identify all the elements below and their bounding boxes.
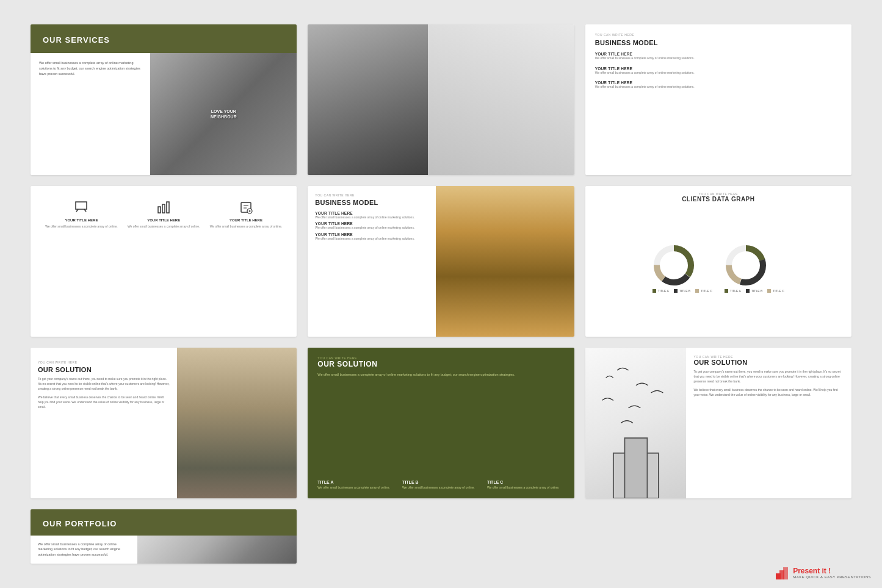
slide-8-col1-text: We offer small businesses a complete arr… bbox=[317, 486, 395, 490]
slide-5-e1-text: We offer small businesses a complete arr… bbox=[315, 215, 428, 220]
chart2-legend: TITLE A TITLE B TITLE C bbox=[725, 289, 784, 293]
svg-rect-1 bbox=[162, 204, 165, 213]
legend-dot-1a bbox=[652, 289, 656, 293]
slide-10-content: We offer small businesses a complete arr… bbox=[31, 536, 297, 564]
branding-name: Present it ! bbox=[793, 567, 871, 575]
slide-3-entry2-title: YOUR TITLE HERE bbox=[595, 66, 842, 71]
slide-9-body2: We believe that every small business des… bbox=[693, 387, 844, 397]
branding: Present it ! MAKE QUICK & EASY PRESENTAT… bbox=[775, 566, 871, 581]
legend-dot-1b bbox=[674, 289, 678, 293]
svg-rect-0 bbox=[158, 207, 161, 213]
slide-10-photo bbox=[137, 536, 297, 564]
slide-9-photo bbox=[585, 348, 687, 498]
legend-label-1c: TITLE C bbox=[701, 289, 712, 293]
slide-5-e1-title: YOUR TITLE HERE bbox=[315, 211, 428, 215]
slide-8-title: OUR SOLUTION bbox=[317, 360, 564, 368]
slide-1-header-bar: OUR SERVICES bbox=[31, 24, 297, 53]
slide-3-entry3-text: We offer small businesses a complete arr… bbox=[595, 85, 842, 90]
slide-6-chart1: TITLE A TITLE B TITLE C bbox=[652, 244, 712, 293]
slide-2-bike bbox=[428, 24, 574, 175]
slide-5-entry3: YOUR TITLE HERE We offer small businesse… bbox=[315, 232, 428, 242]
slide-8-col2: TITLE B We offer small businesses a comp… bbox=[402, 480, 480, 490]
slide-3-entry1-text: We offer small businesses a complete arr… bbox=[595, 56, 842, 61]
slide-10-body: We offer small businesses a complete arr… bbox=[38, 542, 130, 558]
legend-dot-2a bbox=[725, 289, 728, 293]
slide-4-icons-row: YOUR TITLE HERE We offer small businesse… bbox=[40, 201, 287, 229]
slide-3-title: BUSINESS MODEL bbox=[595, 39, 842, 46]
slide-8-cols: TITLE A We offer small businesses a comp… bbox=[317, 480, 564, 490]
slide-7-photo bbox=[177, 348, 297, 498]
slide-2-fashion bbox=[308, 24, 574, 175]
slide-5-e2-title: YOUR TITLE HERE bbox=[315, 221, 428, 226]
legend-item-2c: TITLE C bbox=[767, 289, 784, 293]
slide-2-photo-right bbox=[428, 24, 574, 175]
chart1-legend: TITLE A TITLE B TITLE C bbox=[652, 289, 712, 293]
slide-3-entry-1: YOUR TITLE HERE We offer small businesse… bbox=[595, 52, 842, 61]
slide-4-icon2-symbol bbox=[157, 201, 170, 216]
slide-8-col3: TITLE C We offer small businesses a comp… bbox=[487, 480, 565, 490]
slide-3-entry1-title: YOUR TITLE HERE bbox=[595, 52, 842, 56]
slide-3-entry3-title: YOUR TITLE HERE bbox=[595, 81, 842, 85]
slide-5-title: BUSINESS MODEL bbox=[315, 199, 428, 206]
legend-item-2a: TITLE A bbox=[725, 289, 741, 293]
slide-4-icon1-text: We offer small businesses a complete arr… bbox=[45, 224, 117, 229]
slide-5-subtitle: YOU CAN WRITE HERE bbox=[315, 193, 428, 197]
donut-1 bbox=[652, 244, 695, 287]
slide-1-services: OUR SERVICES We offer small businesses a… bbox=[31, 24, 297, 175]
legend-item-1a: TITLE A bbox=[652, 289, 669, 293]
slide-4-icon-3: YOUR TITLE HERE We offer small businesse… bbox=[205, 201, 287, 229]
slide-7-title: OUR SOLUTION bbox=[38, 366, 170, 373]
legend-dot-2b bbox=[746, 289, 750, 293]
slide-8-col3-text: We offer small businesses a complete arr… bbox=[487, 486, 565, 490]
slide-8-col2-text: We offer small businesses a complete arr… bbox=[402, 486, 480, 490]
branding-text-block: Present it ! MAKE QUICK & EASY PRESENTAT… bbox=[793, 567, 871, 579]
legend-label-1b: TITLE B bbox=[679, 289, 690, 293]
slide-4-icon3-title: YOUR TITLE HERE bbox=[230, 218, 262, 222]
slide-4-icons: YOUR TITLE HERE We offer small businesse… bbox=[31, 186, 297, 337]
slide-7-text: YOU CAN WRITE HERE OUR SOLUTION To get y… bbox=[31, 348, 177, 498]
slide-1-text: We offer small businesses a complete arr… bbox=[31, 53, 150, 175]
slide-1-img-text: LOVE YOURNEIGHBOUR bbox=[211, 109, 237, 120]
slide-5-e3-text: We offer small businesses a complete arr… bbox=[315, 237, 428, 242]
slide-9-title: OUR SOLUTION bbox=[693, 359, 844, 366]
slide-6-data-graph: YOU CAN WRITE HERE CLIENTS DATA GRAPH bbox=[585, 186, 851, 337]
slide-7-subtitle: YOU CAN WRITE HERE bbox=[38, 360, 78, 364]
slide-6-title: CLIENTS DATA GRAPH bbox=[682, 196, 754, 203]
slide-5-entry1: YOUR TITLE HERE We offer small businesse… bbox=[315, 211, 428, 220]
slide-3-entry-3: YOUR TITLE HERE We offer small businesse… bbox=[595, 81, 842, 90]
slide-3-subtitle: YOU CAN WRITE HERE bbox=[595, 33, 842, 37]
legend-item-1c: TITLE C bbox=[695, 289, 712, 293]
slide-8-solution-dark: YOU CAN WRITE HERE OUR SOLUTION We offer… bbox=[308, 348, 574, 498]
slide-3-entry2-text: We offer small businesses a complete arr… bbox=[595, 71, 842, 76]
legend-label-2a: TITLE A bbox=[730, 289, 741, 293]
slide-7-solution-photo: YOU CAN WRITE HERE OUR SOLUTION To get y… bbox=[31, 348, 297, 498]
slide-3-business-model: YOU CAN WRITE HERE BUSINESS MODEL YOUR T… bbox=[585, 24, 851, 175]
slide-3-entry-2: YOUR TITLE HERE We offer small businesse… bbox=[595, 66, 842, 76]
svg-rect-2 bbox=[167, 202, 169, 213]
slide-5-entry2: YOUR TITLE HERE We offer small businesse… bbox=[315, 221, 428, 231]
slide-1-title: OUR SERVICES bbox=[43, 35, 284, 45]
slide-8-col3-title: TITLE C bbox=[487, 480, 565, 484]
legend-dot-1c bbox=[695, 289, 699, 293]
slide-5-img bbox=[436, 186, 574, 337]
slide-8-body: We offer small businesses a complete arr… bbox=[317, 372, 564, 475]
slide-10-title: OUR PORTFOLIO bbox=[43, 519, 284, 528]
slide-10-text: We offer small businesses a complete arr… bbox=[31, 536, 137, 564]
slide-grid: OUR SERVICES We offer small businesses a… bbox=[0, 0, 882, 588]
slide-10-img bbox=[137, 536, 297, 564]
slide-5-e3-title: YOUR TITLE HERE bbox=[315, 232, 428, 237]
slide-1-content: We offer small businesses a complete arr… bbox=[31, 53, 297, 175]
slide-7-body1: To get your company's name out there, yo… bbox=[38, 376, 170, 391]
legend-dot-2c bbox=[767, 289, 771, 293]
slide-8-col2-title: TITLE B bbox=[402, 480, 480, 484]
slide-1-body: We offer small businesses a complete arr… bbox=[39, 60, 142, 76]
branding-tagline: MAKE QUICK & EASY PRESENTATIONS bbox=[793, 575, 871, 579]
svg-rect-14 bbox=[624, 438, 647, 498]
slide-6-charts: TITLE A TITLE B TITLE C bbox=[652, 206, 784, 331]
slide-2-photo-left bbox=[308, 24, 427, 175]
slide-10-portfolio: OUR PORTFOLIO We offer small businesses … bbox=[31, 509, 297, 564]
slide-4-icon2-title: YOUR TITLE HERE bbox=[147, 218, 180, 222]
slide-5-text: YOU CAN WRITE HERE BUSINESS MODEL YOUR T… bbox=[308, 186, 435, 337]
slide-9-solution-birds: YOU CAN WRITE HERE OUR SOLUTION To get y… bbox=[585, 348, 851, 498]
slide-4-icon1-title: YOUR TITLE HERE bbox=[65, 218, 98, 222]
